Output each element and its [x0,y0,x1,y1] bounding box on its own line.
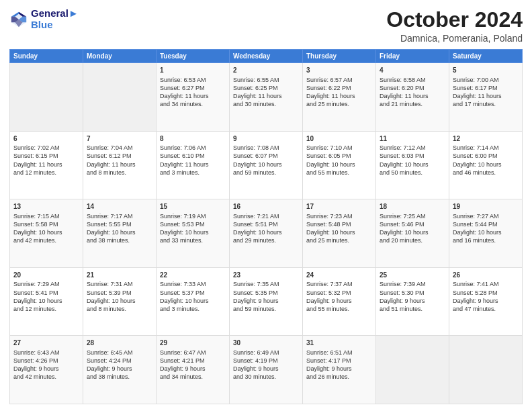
cell-text: Sunrise: 6:57 AM Sunset: 6:22 PM Dayligh… [306,76,372,109]
day-number: 16 [233,202,299,212]
calendar-cell: 1Sunrise: 6:53 AM Sunset: 6:27 PM Daylig… [157,63,230,132]
calendar-cell: 24Sunrise: 7:37 AM Sunset: 5:32 PM Dayli… [303,267,376,336]
calendar-cell: 6Sunrise: 7:02 AM Sunset: 6:15 PM Daylig… [10,131,83,199]
cell-text: Sunrise: 7:00 AM Sunset: 6:17 PM Dayligh… [453,76,519,109]
day-number: 11 [380,134,445,144]
calendar-cell: 5Sunrise: 7:00 AM Sunset: 6:17 PM Daylig… [449,63,523,132]
calendar-cell: 11Sunrise: 7:12 AM Sunset: 6:03 PM Dayli… [376,131,449,199]
cell-text: Sunrise: 7:02 AM Sunset: 6:15 PM Dayligh… [13,144,79,177]
week-row-5: 27Sunrise: 6:43 AM Sunset: 4:26 PM Dayli… [10,336,523,404]
logo-text-block: General► Blue [31,8,79,30]
calendar-cell: 12Sunrise: 7:14 AM Sunset: 6:00 PM Dayli… [449,131,523,199]
cell-text: Sunrise: 6:53 AM Sunset: 6:27 PM Dayligh… [160,76,226,109]
cell-text: Sunrise: 6:51 AM Sunset: 4:17 PM Dayligh… [306,349,372,381]
subtitle: Damnica, Pomerania, Poland [386,33,523,44]
week-row-2: 6Sunrise: 7:02 AM Sunset: 6:15 PM Daylig… [10,131,523,199]
calendar-cell: 21Sunrise: 7:31 AM Sunset: 5:39 PM Dayli… [83,267,157,336]
cell-text: Sunrise: 7:31 AM Sunset: 5:39 PM Dayligh… [87,280,152,313]
cell-text: Sunrise: 7:21 AM Sunset: 5:51 PM Dayligh… [233,212,299,245]
cell-text: Sunrise: 7:29 AM Sunset: 5:41 PM Dayligh… [13,280,79,313]
cell-text: Sunrise: 7:15 AM Sunset: 5:58 PM Dayligh… [13,212,79,245]
cell-text: Sunrise: 7:41 AM Sunset: 5:28 PM Dayligh… [453,280,519,313]
calendar-cell: 9Sunrise: 7:08 AM Sunset: 6:07 PM Daylig… [230,131,303,199]
cell-text: Sunrise: 7:08 AM Sunset: 6:07 PM Dayligh… [233,144,299,177]
calendar-cell: 26Sunrise: 7:41 AM Sunset: 5:28 PM Dayli… [449,267,523,336]
cell-text: Sunrise: 6:49 AM Sunset: 4:19 PM Dayligh… [233,349,299,381]
cell-text: Sunrise: 6:43 AM Sunset: 4:26 PM Dayligh… [13,349,79,381]
calendar-cell: 7Sunrise: 7:04 AM Sunset: 6:12 PM Daylig… [83,131,157,199]
calendar-cell: 17Sunrise: 7:23 AM Sunset: 5:48 PM Dayli… [303,199,376,268]
day-number: 30 [233,338,299,348]
calendar-cell: 29Sunrise: 6:47 AM Sunset: 4:21 PM Dayli… [157,336,230,404]
calendar-cell [376,336,449,404]
day-number: 24 [306,271,372,280]
day-number: 5 [453,66,519,75]
day-number: 14 [87,202,152,212]
day-number: 7 [87,134,152,144]
cell-text: Sunrise: 7:06 AM Sunset: 6:10 PM Dayligh… [160,144,226,177]
cell-text: Sunrise: 6:45 AM Sunset: 4:24 PM Dayligh… [87,349,152,381]
cell-text: Sunrise: 7:04 AM Sunset: 6:12 PM Dayligh… [87,144,152,177]
main-title: October 2024 [386,8,523,32]
calendar-cell: 16Sunrise: 7:21 AM Sunset: 5:51 PM Dayli… [230,199,303,268]
cell-text: Sunrise: 6:47 AM Sunset: 4:21 PM Dayligh… [160,349,226,381]
day-number: 17 [306,202,372,212]
week-row-1: 1Sunrise: 6:53 AM Sunset: 6:27 PM Daylig… [10,63,523,132]
logo-line1: General► [31,8,79,19]
calendar-cell: 3Sunrise: 6:57 AM Sunset: 6:22 PM Daylig… [303,63,376,132]
week-row-4: 20Sunrise: 7:29 AM Sunset: 5:41 PM Dayli… [10,267,523,336]
header-day-thursday: Thursday [303,50,376,63]
day-number: 4 [380,66,445,75]
header-day-saturday: Saturday [449,50,523,63]
day-number: 9 [233,134,299,144]
calendar-cell: 2Sunrise: 6:55 AM Sunset: 6:25 PM Daylig… [230,63,303,132]
calendar-cell: 25Sunrise: 7:39 AM Sunset: 5:30 PM Dayli… [376,267,449,336]
day-number: 8 [160,134,226,144]
day-number: 18 [380,202,445,212]
calendar-cell: 28Sunrise: 6:45 AM Sunset: 4:24 PM Dayli… [83,336,157,404]
day-number: 23 [233,271,299,280]
cell-text: Sunrise: 7:17 AM Sunset: 5:55 PM Dayligh… [87,212,152,245]
cell-text: Sunrise: 7:12 AM Sunset: 6:03 PM Dayligh… [380,144,445,177]
day-number: 26 [453,271,519,280]
day-number: 10 [306,134,372,144]
day-number: 12 [453,134,519,144]
day-number: 22 [160,271,226,280]
page: General► Blue October 2024 Damnica, Pome… [0,0,532,411]
cell-text: Sunrise: 7:19 AM Sunset: 5:53 PM Dayligh… [160,212,226,245]
cell-text: Sunrise: 7:33 AM Sunset: 5:37 PM Dayligh… [160,280,226,313]
calendar-cell [10,63,83,132]
day-number: 31 [306,338,372,348]
calendar-body: 1Sunrise: 6:53 AM Sunset: 6:27 PM Daylig… [10,63,523,404]
day-number: 28 [87,338,152,348]
header-day-monday: Monday [83,50,157,63]
logo-general: General [31,7,69,19]
cell-text: Sunrise: 7:10 AM Sunset: 6:05 PM Dayligh… [306,144,372,177]
logo-icon [9,10,28,29]
calendar-cell: 19Sunrise: 7:27 AM Sunset: 5:44 PM Dayli… [449,199,523,268]
logo: General► Blue [9,8,79,30]
calendar-cell: 8Sunrise: 7:06 AM Sunset: 6:10 PM Daylig… [157,131,230,199]
cell-text: Sunrise: 7:23 AM Sunset: 5:48 PM Dayligh… [306,212,372,245]
cell-text: Sunrise: 6:55 AM Sunset: 6:25 PM Dayligh… [233,76,299,109]
calendar-cell: 22Sunrise: 7:33 AM Sunset: 5:37 PM Dayli… [157,267,230,336]
day-number: 3 [306,66,372,75]
day-number: 20 [13,271,79,280]
calendar-cell: 14Sunrise: 7:17 AM Sunset: 5:55 PM Dayli… [83,199,157,268]
header: General► Blue October 2024 Damnica, Pome… [9,8,523,44]
day-number: 2 [233,66,299,75]
calendar-cell: 20Sunrise: 7:29 AM Sunset: 5:41 PM Dayli… [10,267,83,336]
day-number: 19 [453,202,519,212]
day-number: 15 [160,202,226,212]
day-number: 13 [13,202,79,212]
calendar-table: SundayMondayTuesdayWednesdayThursdayFrid… [9,49,523,404]
week-row-3: 13Sunrise: 7:15 AM Sunset: 5:58 PM Dayli… [10,199,523,268]
day-number: 21 [87,271,152,280]
header-day-tuesday: Tuesday [157,50,230,63]
header-day-wednesday: Wednesday [230,50,303,63]
calendar-cell: 30Sunrise: 6:49 AM Sunset: 4:19 PM Dayli… [230,336,303,404]
calendar-cell [449,336,523,404]
calendar-cell: 31Sunrise: 6:51 AM Sunset: 4:17 PM Dayli… [303,336,376,404]
calendar-header: SundayMondayTuesdayWednesdayThursdayFrid… [10,50,523,63]
title-block: October 2024 Damnica, Pomerania, Poland [386,8,523,44]
